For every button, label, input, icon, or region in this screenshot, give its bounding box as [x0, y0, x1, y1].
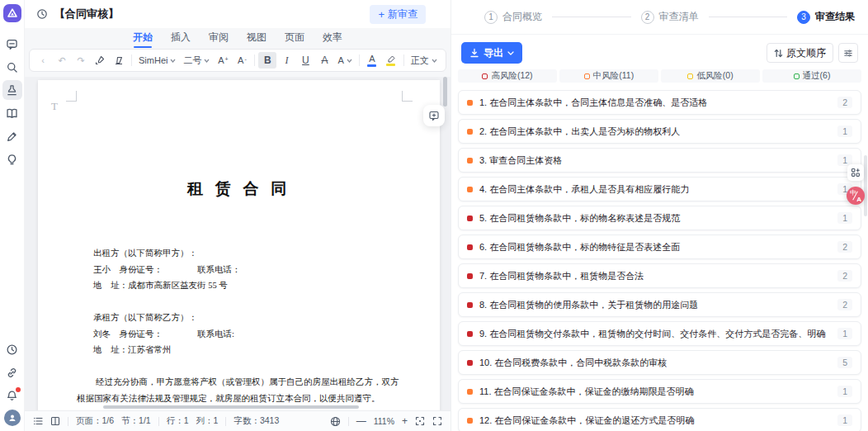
doc-line: 刘冬 身份证号： 联系电话: [77, 326, 403, 343]
extension-grid-button[interactable] [847, 164, 864, 181]
risk-bullet-icon [467, 216, 473, 221]
review-item[interactable]: 7. 在合同租赁物条款中，租赁物是否合法 2 [458, 263, 861, 288]
outline-list-icon[interactable] [33, 416, 43, 426]
review-item[interactable]: 2. 在合同主体条款中，出卖人是否为标的物权利人 1 [458, 119, 861, 144]
font-size-select[interactable]: 二号 [180, 54, 213, 67]
risk-filter-tab[interactable]: 低风险(0) [661, 69, 760, 83]
zoom-in-button[interactable]: + [402, 416, 408, 426]
text-effects-select[interactable]: A [334, 55, 355, 65]
collapse-toolbar-icon[interactable]: ‹ [34, 52, 52, 69]
document-canvas[interactable]: T 租 赁 合 同 出租方（以下简称甲方）：王小 身份证号： 联系电话：地 址：… [25, 77, 451, 410]
format-toolbar: ‹ ↶ ↷ SimHei 二号 A+ A- [25, 46, 451, 77]
stepper-step[interactable]: 3 审查结果 [699, 10, 856, 24]
app-window: 【合同审核】 + 新审查 开始插入审阅视图页面效率 ‹ ↶ ↷ [0, 0, 868, 431]
menu-tab[interactable]: 插入 [170, 29, 191, 46]
stepper-step[interactable]: 1 合同概览 [465, 10, 542, 24]
new-review-button[interactable]: + 新审查 [370, 5, 426, 24]
review-item-count: 1 [837, 414, 852, 426]
chevron-down-icon [347, 59, 352, 63]
notifications-bell-icon[interactable] [2, 386, 22, 405]
underline-button[interactable]: U [296, 52, 314, 69]
review-item[interactable]: 5. 在合同租赁物条款中，标的物名称表述是否规范 1 [458, 206, 861, 230]
highlight-button[interactable] [382, 52, 400, 69]
sort-order-button[interactable]: 原文顺序 [767, 43, 833, 63]
risk-square-icon [794, 73, 800, 79]
risk-bullet-icon [467, 129, 473, 135]
paragraph-style-select[interactable]: 正文 [408, 54, 441, 67]
doc-line [77, 358, 403, 375]
doc-line: 王小 身份证号： 联系电话： [77, 262, 403, 278]
user-avatar[interactable] [4, 410, 21, 426]
font-color-button[interactable]: A [363, 52, 381, 69]
zoom-out-button[interactable]: — [356, 416, 366, 426]
risk-filter-tab[interactable]: 通过(6) [762, 69, 861, 83]
risk-square-icon [482, 73, 488, 79]
editor-header: 【合同审核】 + 新审查 [25, 0, 451, 28]
language-globe-icon[interactable] [330, 416, 341, 427]
review-item[interactable]: 6. 在合同租赁物条款中，标的物特征是否表述全面 2 [458, 234, 861, 259]
display-settings-button[interactable] [838, 43, 858, 63]
review-item[interactable]: 3. 审查合同主体资格 1 [458, 148, 861, 173]
vertical-scrollbar[interactable] [443, 77, 447, 107]
review-item[interactable]: 11. 在合同保证金条款中，保证金的缴纳期限是否明确 1 [458, 379, 861, 404]
margin-mark [66, 91, 77, 102]
risk-filter-tab[interactable]: 中风险(11) [559, 69, 658, 83]
menu-tab[interactable]: 效率 [322, 29, 343, 46]
chevron-down-icon [170, 59, 176, 63]
chevron-down-icon [432, 59, 437, 63]
italic-button[interactable]: I [277, 52, 295, 69]
align-left-button[interactable] [441, 52, 446, 69]
review-item[interactable]: 8. 在合同租赁物的使用条款中，关于租赁物的用途问题 2 [458, 292, 861, 317]
fullscreen-icon[interactable] [432, 416, 442, 426]
font-family-select[interactable]: SimHei [135, 55, 179, 65]
risk-bullet-icon [467, 158, 473, 163]
doc-line: 经过充分协商，甲方愿意将产权（或管理权）属于自己的房屋出租给乙方，双方根据国家有… [77, 374, 403, 406]
document-page[interactable]: T 租 赁 合 同 出租方（以下简称甲方）：王小 身份证号： 联系电话：地 址：… [38, 80, 440, 410]
format-painter-button[interactable] [91, 52, 109, 69]
review-item[interactable]: 10. 在合同税费条款中，合同中税款条款的审核 5 [458, 350, 861, 375]
redo-button[interactable]: ↷ [72, 52, 90, 69]
zoom-level[interactable]: 111% [374, 416, 394, 426]
horizontal-scrollbar[interactable] [103, 405, 359, 409]
clear-format-button[interactable] [110, 52, 128, 69]
download-icon [469, 48, 479, 58]
ideas-icon[interactable] [2, 149, 22, 169]
risk-bullet-icon [467, 244, 473, 250]
review-item-count: 5 [837, 357, 852, 368]
risk-filter-tab[interactable]: 高风险(12) [458, 69, 557, 83]
chat-icon[interactable] [2, 34, 22, 54]
menu-tab[interactable]: 审阅 [208, 29, 229, 46]
review-item[interactable]: 1. 在合同主体条款中，合同主体信息是否准确、是否适格 2 [458, 90, 861, 115]
add-comment-button[interactable] [423, 105, 445, 126]
review-item-count: 2 [837, 299, 852, 310]
history-clock-icon[interactable] [2, 339, 22, 359]
sidebar-item-contract-review[interactable] [2, 80, 22, 100]
library-icon[interactable] [2, 103, 22, 123]
highlight-color-bar [386, 64, 395, 66]
undo-button[interactable]: ↶ [53, 52, 71, 69]
app-logo[interactable] [3, 4, 21, 22]
document-title: 【合同审核】 [54, 7, 119, 21]
translate-button[interactable]: 中 A [847, 187, 865, 205]
menu-tab[interactable]: 页面 [284, 29, 305, 46]
signature-icon[interactable] [2, 126, 22, 146]
search-icon[interactable] [2, 57, 22, 77]
menu-tab[interactable]: 开始 [132, 29, 153, 46]
ribbon-menubar: 开始插入审阅视图页面效率 [25, 28, 451, 46]
export-button[interactable]: 导出 [461, 42, 522, 64]
link-icon[interactable] [2, 362, 22, 382]
fit-page-icon[interactable] [415, 416, 425, 426]
increase-font-button[interactable]: A+ [214, 52, 232, 69]
page-view-icon[interactable] [50, 416, 60, 426]
review-item[interactable]: 12. 在合同保证金条款中，保证金的退还方式是否明确 1 [458, 408, 861, 431]
review-item[interactable]: 4. 在合同主体条款中，承租人是否具有相应履行能力 1 [458, 177, 861, 201]
strikethrough-button[interactable]: A [315, 52, 333, 69]
version-history-icon[interactable] [36, 8, 48, 20]
bold-button[interactable]: B [258, 52, 276, 69]
stepper-step[interactable]: 2 审查清单 [542, 10, 699, 24]
review-item[interactable]: 9. 在合同租赁物交付条款中，租赁物的交付时间、交付条件、交付方式是否完备、明确… [458, 321, 861, 346]
review-item-text: 7. 在合同租赁物条款中，租赁物是否合法 [479, 270, 831, 282]
menu-tab[interactable]: 视图 [246, 29, 267, 46]
review-item-text: 5. 在合同租赁物条款中，标的物名称表述是否规范 [479, 212, 831, 225]
decrease-font-button[interactable]: A- [233, 52, 251, 69]
